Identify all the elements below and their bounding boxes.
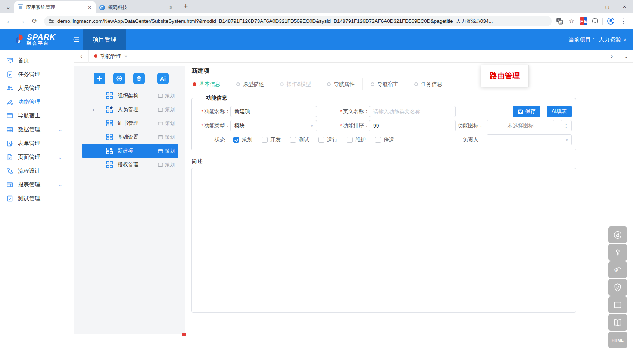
feature-type-select[interactable]: 模块 ∨ [230,120,317,131]
sidebar-item-personnel[interactable]: 人员管理 [0,81,69,95]
floating-toolbar: e HTML [608,226,627,348]
site-settings-icon[interactable] [49,19,54,24]
sidebar-item-forms[interactable]: 表单管理 [0,136,69,150]
sidebar-item-features[interactable]: 功能管理 [0,95,69,109]
tab-close-icon[interactable]: × [168,4,174,10]
tabbar-scroll-right-icon[interactable]: › [605,50,619,63]
sidebar-item-tasks[interactable]: 任务管理 [0,68,69,81]
ie-browser-button[interactable]: e [608,261,627,278]
translate-icon[interactable]: A文 [556,18,563,25]
module-grid-icon [106,92,113,99]
delete-node-button[interactable] [133,73,145,84]
checkbox-testing[interactable]: 测试 [290,136,309,143]
checkbox-decommissioned[interactable]: 停运 [375,136,394,143]
sidebar-item-reports[interactable]: 报表管理 ⌄ [0,178,69,192]
ai-assist-button[interactable]: Ai [157,73,169,84]
tab-nav-properties[interactable]: 导航属性 [319,78,363,90]
description-label: 简述 [191,158,633,165]
tree-item-certificates[interactable]: 证书管理 策划 [82,116,178,130]
checkbox-planning[interactable]: 策划 [233,136,252,143]
form-actions: 保存 AI填表 [513,106,572,117]
sidebar-item-pages[interactable]: 页面管理 ⌄ [0,150,69,164]
save-button[interactable]: 保存 [513,106,540,117]
toolbar-separator [602,18,603,25]
new-tab-button[interactable]: + [181,1,191,11]
tree-item-authorization[interactable]: 授权管理 策划 [82,158,178,172]
maximize-button[interactable]: ▢ [599,0,616,13]
ai-fill-button[interactable]: AI填表 [547,106,572,117]
view-tab-close-icon[interactable]: × [124,53,128,59]
sidebar-item-home[interactable]: 首页 [0,54,69,68]
shield-button[interactable] [608,279,627,296]
checkbox-running[interactable]: 运行 [318,136,337,143]
menu-fold-icon[interactable] [69,29,83,50]
browser-tab-2[interactable]: 领码科技 × [96,1,177,13]
window-button[interactable] [608,296,627,313]
window-close-button[interactable]: ✕ [616,0,633,13]
docs-button[interactable] [608,314,627,331]
description-editor[interactable] [191,168,576,313]
extensions-puzzle-icon[interactable] [591,18,599,25]
fe-extension-icon[interactable]: F E [580,17,587,25]
tab-task-info[interactable]: 任务信息 [406,78,450,90]
sidebar-item-testing[interactable]: 测试管理 [0,192,69,205]
tabbar-scroll-left-icon[interactable]: ‹ [74,53,88,60]
window-tag-icon [158,149,163,153]
tabbar-right-controls: › ⌄ [605,50,633,63]
tab-close-icon[interactable]: × [87,4,93,10]
chevron-down-icon: ∨ [565,137,568,142]
expand-icon[interactable]: › [93,107,100,113]
add-node-button[interactable] [94,73,105,84]
browser-tab-active[interactable]: 应用系统管理 × [14,1,96,13]
add-child-node-button[interactable] [113,73,125,84]
document-favicon-icon [18,4,23,10]
sidebar-item-workflow[interactable]: 流程设计 [0,164,69,178]
form-row-2: *功能类型： 模块 ∨ *功能排序： 功能图标： 未选择图标 ⋮ [199,120,572,131]
tab-operations-model[interactable]: 操作&模型 [272,78,319,90]
tree-item-new-item-selected[interactable]: 新建项 策划 [82,144,178,158]
english-name-input[interactable] [369,106,456,117]
sidebar-item-nav-host[interactable]: 导航宿主 [0,109,69,123]
tab-search-icon[interactable]: ⌄ [3,1,13,12]
feature-icon-display[interactable]: 未选择图标 [487,120,554,131]
tab-nav-host[interactable]: 导航宿主 [363,78,406,90]
english-name-label: *英文名称： [328,108,369,115]
html-button[interactable]: HTML [608,332,627,348]
chevron-down-icon: ∨ [310,123,314,128]
reload-icon[interactable]: ⟳ [29,16,40,27]
current-project-switcher[interactable]: 当前项目： 人力资源 ∨ [568,29,633,50]
sidebar-item-data[interactable]: 数据管理 ⌄ [0,123,69,136]
icon-more-button[interactable]: ⋮ [561,120,572,131]
browser-menu-icon[interactable]: ⋮ [619,17,628,26]
feature-order-input[interactable] [369,120,456,131]
people-icon [7,85,13,91]
nav-item-project-management[interactable]: 项目管理 [83,29,126,50]
view-tab-feature-management[interactable]: 功能管理 × [88,50,133,63]
profile-avatar-icon[interactable] [607,17,615,25]
task-document-icon [7,71,13,78]
lock-button[interactable] [608,226,627,243]
minimize-button[interactable]: — [581,0,599,13]
page-title: 新建项 [191,67,633,75]
tree-item-basic-settings[interactable]: 基础设置 策划 [82,130,178,144]
key-button[interactable] [608,244,627,261]
browser-window-icon [7,113,13,119]
tab-basic-info[interactable]: 基本信息 [191,78,228,90]
back-icon[interactable]: ← [4,16,15,27]
window-tag-icon [158,94,163,98]
forward-icon[interactable]: → [16,16,28,27]
tree-item-personnel[interactable]: › 人员管理 策划 [82,103,178,116]
tabbar-dropdown-icon[interactable]: ⌄ [619,50,633,63]
panel-resize-handle[interactable] [182,333,186,336]
svg-text:文: 文 [559,21,562,24]
tab-prototype-description[interactable]: 原型描述 [228,78,272,90]
owner-group: 负责人： ∨ [463,134,572,145]
url-bar[interactable]: demo.lingmacn.com/NewApp/DataCenter/Subs… [44,16,552,26]
checkbox-maintenance[interactable]: 维护 [347,136,366,143]
owner-select[interactable]: ∨ [487,134,572,145]
feature-icon-label: 功能图标： [458,122,484,129]
tree-item-org-structure[interactable]: 组织架构 策划 [82,89,178,103]
bookmark-star-icon[interactable]: ☆ [567,17,576,26]
feature-name-input[interactable] [230,106,317,117]
checkbox-development[interactable]: 开发 [262,136,281,143]
